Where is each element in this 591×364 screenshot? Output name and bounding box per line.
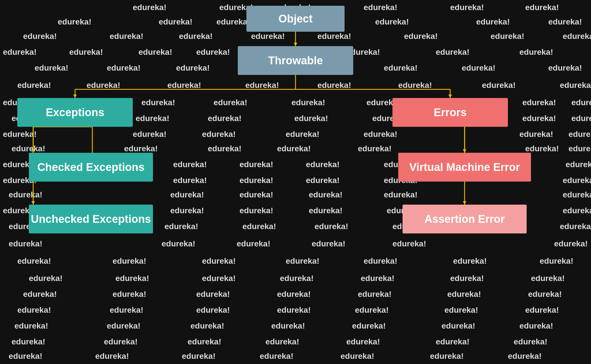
node-assertion-error: Assertion Error	[403, 205, 527, 233]
node-errors: Errors	[392, 98, 508, 127]
node-virtual-machine-error: Virtual Machine Error	[398, 153, 531, 182]
node-unchecked-exceptions: Unchecked Exceptions	[29, 205, 153, 233]
node-exceptions: Exceptions	[17, 98, 133, 127]
node-object: Object	[246, 6, 345, 32]
node-throwable: Throwable	[238, 46, 353, 75]
node-checked-exceptions: Checked Exceptions	[29, 153, 153, 182]
